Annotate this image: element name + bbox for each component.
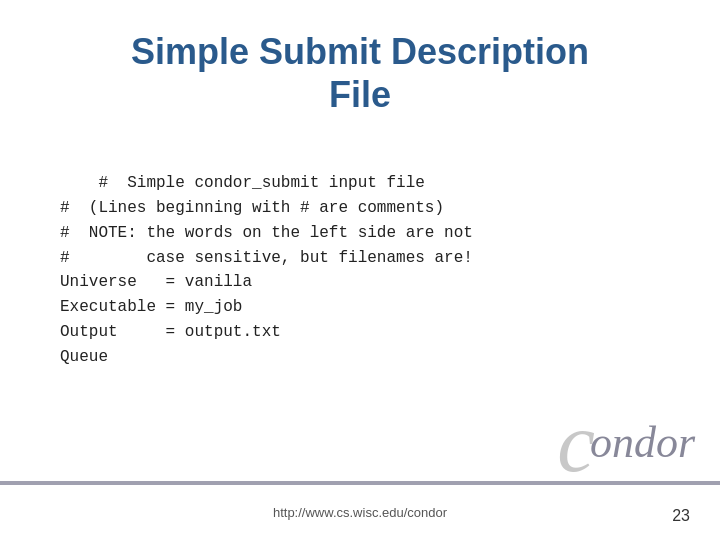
code-line-1: # Simple condor_submit input file xyxy=(98,174,424,192)
condor-logo: c ondor xyxy=(557,400,695,485)
code-line-3: # NOTE: the words on the left side are n… xyxy=(60,224,473,242)
code-line-4: # case sensitive, but filenames are! xyxy=(60,249,473,267)
code-line-6: Executable = my_job xyxy=(60,298,242,316)
code-block: # Simple condor_submit input file # (Lin… xyxy=(60,146,680,394)
code-line-7: Output = output.txt xyxy=(60,323,281,341)
slide: Simple Submit Description File # Simple … xyxy=(0,0,720,540)
footer: http://www.cs.wisc.edu/condor xyxy=(0,505,720,520)
title-line2: File xyxy=(329,74,391,115)
code-line-8: Queue xyxy=(60,348,108,366)
page-number: 23 xyxy=(672,507,690,525)
slide-title: Simple Submit Description File xyxy=(40,30,680,116)
footer-url: http://www.cs.wisc.edu/condor xyxy=(273,505,447,520)
title-line1: Simple Submit Description xyxy=(131,31,589,72)
code-line-2: # (Lines beginning with # are comments) xyxy=(60,199,444,217)
condor-rest-text: ondor xyxy=(590,421,695,465)
code-line-5: Universe = vanilla xyxy=(60,273,252,291)
